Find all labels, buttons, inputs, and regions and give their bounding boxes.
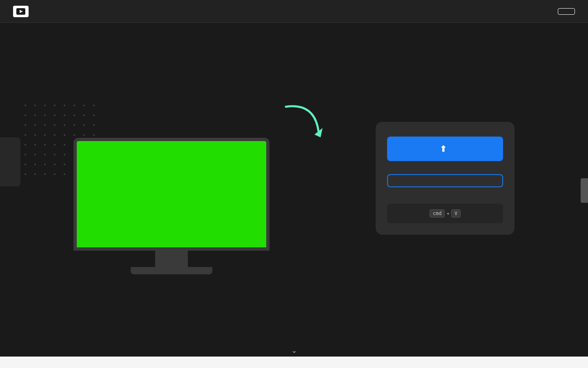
- left-panel-decoration: [0, 137, 20, 186]
- arrow-decoration: [282, 103, 331, 144]
- paste-area: cmd + V: [387, 204, 503, 223]
- kbd-cmd: cmd: [430, 209, 445, 218]
- upload-button[interactable]: ⬆: [387, 137, 503, 161]
- monitor-screen: [77, 141, 266, 247]
- navbar: [0, 0, 588, 23]
- logo[interactable]: [13, 6, 33, 17]
- upload-card: ⬆ cmd + V: [376, 122, 514, 235]
- upload-icon: ⬆: [440, 144, 447, 154]
- login-button[interactable]: [558, 8, 575, 15]
- chevron-down-icon[interactable]: ⌄: [0, 346, 588, 355]
- monitor-illustration: [74, 138, 270, 274]
- hero-content-right: ⬆ cmd + V: [376, 122, 514, 243]
- kbd-plus: +: [446, 211, 450, 217]
- search-gif-button[interactable]: [387, 174, 503, 187]
- logo-icon: [13, 6, 29, 17]
- hero-title: [74, 90, 351, 121]
- monitor-stand-neck: [155, 251, 188, 267]
- hero-section: const dp = document.querySelector('.dot-…: [0, 23, 588, 334]
- scroll-indicator: [581, 178, 588, 203]
- play-icon: [16, 8, 25, 15]
- kbd-v: V: [451, 209, 461, 218]
- hero-content-left: [74, 90, 351, 274]
- monitor-frame: [74, 138, 270, 251]
- cookie-banner: [0, 357, 588, 368]
- monitor-stand-base: [131, 267, 212, 274]
- keyboard-shortcut: cmd + V: [430, 209, 461, 218]
